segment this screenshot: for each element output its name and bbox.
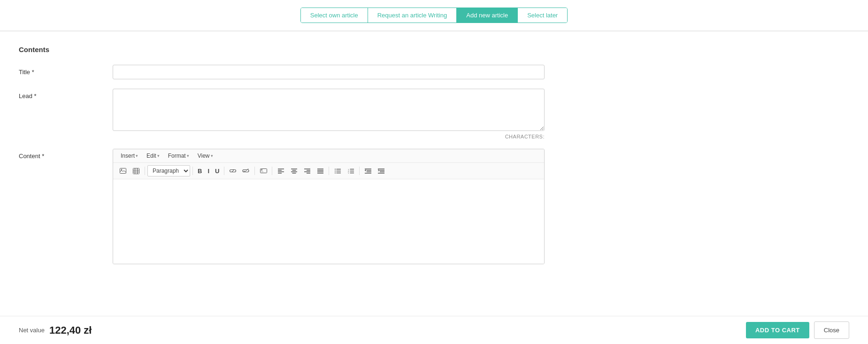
embed-button[interactable] bbox=[257, 165, 269, 177]
svg-rect-10 bbox=[261, 169, 262, 170]
editor-wrapper: Insert ▾ Edit ▾ Format ▾ View ▾ bbox=[113, 149, 545, 264]
title-row: Title * bbox=[19, 65, 545, 79]
svg-point-1 bbox=[121, 169, 122, 170]
close-button[interactable]: Close bbox=[814, 321, 849, 330]
align-right-button[interactable] bbox=[301, 165, 313, 177]
bold-button[interactable]: B bbox=[195, 167, 204, 176]
title-input[interactable] bbox=[113, 65, 545, 79]
menu-format[interactable]: Format ▾ bbox=[164, 151, 193, 161]
editor-menubar: Insert ▾ Edit ▾ Format ▾ View ▾ bbox=[113, 149, 544, 163]
add-to-cart-button[interactable]: ADD TO CART bbox=[746, 322, 809, 330]
lead-textarea[interactable] bbox=[113, 89, 545, 131]
insert-chevron: ▾ bbox=[136, 153, 138, 158]
net-value-area: Net value 122,40 zł bbox=[19, 324, 92, 330]
svg-point-28 bbox=[335, 168, 336, 169]
menu-edit[interactable]: Edit ▾ bbox=[143, 151, 163, 161]
tab-navigation: Select own article Request an article Wr… bbox=[0, 0, 868, 31]
toolbar-sep-2 bbox=[192, 167, 193, 175]
tab-request-writing[interactable]: Request an article Writing bbox=[368, 8, 457, 23]
svg-rect-11 bbox=[261, 171, 263, 172]
svg-rect-2 bbox=[133, 168, 139, 174]
content-label: Content * bbox=[19, 149, 113, 160]
characters-counter: CHARACTERS: bbox=[113, 134, 545, 139]
net-value-label: Net value bbox=[19, 327, 45, 330]
footer-bar: Net value 122,40 zł ADD TO CART Close bbox=[0, 316, 868, 330]
outdent-button[interactable] bbox=[362, 165, 374, 177]
menu-insert[interactable]: Insert ▾ bbox=[117, 151, 142, 161]
toolbar-sep-5 bbox=[272, 167, 272, 175]
lead-label: Lead * bbox=[19, 89, 113, 99]
section-title: Contents bbox=[19, 46, 545, 54]
menu-view[interactable]: View ▾ bbox=[194, 151, 217, 161]
content-field: Insert ▾ Edit ▾ Format ▾ View ▾ bbox=[113, 149, 545, 264]
content-row: Content * Insert ▾ Edit ▾ Format ▾ bbox=[19, 149, 545, 264]
edit-chevron: ▾ bbox=[157, 153, 160, 158]
toolbar-sep-4 bbox=[254, 167, 255, 175]
tab-select-own[interactable]: Select own article bbox=[301, 8, 368, 23]
toolbar-sep-7 bbox=[359, 167, 360, 175]
insert-table-button[interactable] bbox=[130, 165, 142, 177]
svg-point-32 bbox=[335, 172, 336, 173]
tab-select-later[interactable]: Select later bbox=[518, 8, 567, 23]
indent-button[interactable] bbox=[375, 165, 387, 177]
align-center-button[interactable] bbox=[288, 165, 300, 177]
link-button[interactable] bbox=[227, 165, 239, 177]
main-content: Contents Title * Lead * CHARACTERS: Cont… bbox=[0, 31, 563, 330]
align-left-button[interactable] bbox=[275, 165, 287, 177]
justify-button[interactable] bbox=[314, 165, 326, 177]
view-chevron: ▾ bbox=[211, 153, 213, 158]
footer-actions: ADD TO CART Close bbox=[746, 321, 849, 330]
editor-toolbar: Paragraph Heading 1 Heading 2 Heading 3 … bbox=[113, 163, 544, 179]
unlink-button[interactable] bbox=[240, 165, 252, 177]
title-label: Title * bbox=[19, 65, 113, 76]
tab-group: Select own article Request an article Wr… bbox=[300, 8, 568, 23]
underline-button[interactable]: U bbox=[213, 167, 222, 176]
bullet-list-button[interactable] bbox=[331, 165, 344, 177]
net-value-amount: 122,40 zł bbox=[49, 324, 92, 330]
lead-row: Lead * CHARACTERS: bbox=[19, 89, 545, 139]
toolbar-sep-3 bbox=[224, 167, 224, 175]
format-chevron: ▾ bbox=[187, 153, 189, 158]
svg-text:3.: 3. bbox=[348, 172, 349, 174]
italic-button[interactable]: I bbox=[205, 167, 212, 176]
tab-add-new[interactable]: Add new article bbox=[457, 8, 518, 23]
editor-body[interactable] bbox=[113, 179, 544, 264]
paragraph-select[interactable]: Paragraph Heading 1 Heading 2 Heading 3 bbox=[147, 165, 190, 176]
toolbar-sep-6 bbox=[329, 167, 329, 175]
numbered-list-button[interactable]: 1. 2. 3. bbox=[345, 165, 357, 177]
toolbar-sep-1 bbox=[145, 167, 145, 175]
insert-image-button[interactable] bbox=[117, 165, 129, 177]
title-field bbox=[113, 65, 545, 79]
svg-point-30 bbox=[335, 170, 336, 171]
lead-field: CHARACTERS: bbox=[113, 89, 545, 139]
svg-rect-9 bbox=[260, 169, 267, 173]
